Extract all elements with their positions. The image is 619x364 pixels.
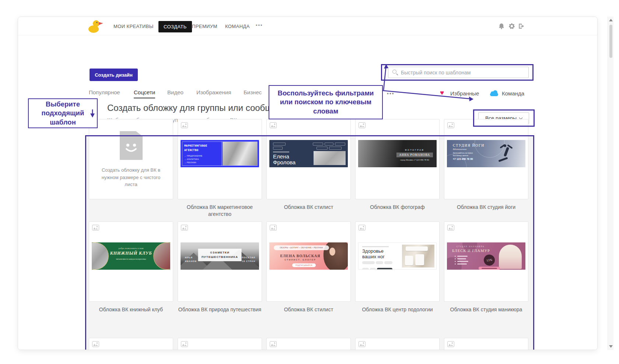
template-card-partial[interactable]	[178, 338, 262, 350]
template-card-travel[interactable]: ЗАМЕТКИ ПУТЕШЕСТВЕННИКА ИЛЬЯ ИВАНОВ ПОСЕ…	[178, 221, 262, 302]
image-icon	[359, 122, 366, 128]
template-caption: Обложка ВК книжный клуб	[89, 306, 173, 313]
image-icon	[270, 341, 277, 347]
image-icon	[181, 341, 188, 347]
banner-role: ФОТОГРАФ	[396, 149, 433, 151]
pill-decoration	[273, 147, 283, 150]
template-card-blank[interactable]: Создать обложку для ВК в нужном размере …	[89, 119, 173, 199]
template-preview-yoga: СТУДИЯ ЙОГИ Вдохновение Записывайтесь на…	[447, 140, 525, 167]
banner-photo	[499, 245, 522, 269]
pill-decoration	[325, 143, 333, 146]
logout-icon[interactable]	[518, 23, 525, 29]
banner-contact: город Москва +7 123 456 78 90	[396, 159, 433, 161]
banner-list: → ПРЕДЛОЖЕНИЕ → АНАЛИТИКА → РЕКЛАМА	[184, 155, 203, 165]
template-preview-travel: ЗАМЕТКИ ПУТЕШЕСТВЕННИКА ИЛЬЯ ИВАНОВ ПОСЕ…	[181, 242, 259, 270]
yoga-figure	[498, 157, 508, 162]
banner-title: КНИЖНЫЙ КЛУБ	[104, 251, 159, 256]
duck-logo[interactable]	[87, 20, 104, 34]
scroll-up-button[interactable]	[609, 19, 613, 21]
nav-more-menu[interactable]: •••	[256, 22, 263, 28]
nav-team[interactable]: КОМАНДА	[225, 24, 250, 29]
tab-video[interactable]: Видео	[167, 89, 183, 98]
search-icon	[392, 70, 396, 74]
pill-decoration	[273, 143, 286, 146]
template-caption: Обложка ВК стилист	[266, 306, 351, 313]
template-card-partial[interactable]	[355, 338, 440, 350]
discount-badge: 15%	[483, 254, 496, 267]
nav-create[interactable]: СОЗДАТЬ	[158, 21, 192, 32]
scroll-down-button[interactable]	[609, 345, 613, 348]
arrow-bullet: →	[184, 155, 187, 157]
banner-phone: +7 123 456 78 90	[453, 158, 485, 160]
image-icon	[270, 122, 277, 128]
pill-decoration	[329, 147, 342, 150]
banner-photo	[329, 248, 335, 256]
template-card-partial[interactable]	[266, 338, 351, 350]
banner-pretitle: СТУДИЯ МАНИКЮРА	[457, 246, 485, 248]
banner-button	[479, 267, 500, 270]
banner-subscribe-button: ПОДПИСЫВАЙСЯ	[292, 263, 316, 267]
image-icon	[447, 341, 454, 347]
tab-social[interactable]: Соцсети	[134, 89, 155, 98]
template-preview-podology: Здоровье ваших ног	[358, 242, 437, 270]
template-card-partial[interactable]	[444, 338, 528, 350]
create-design-button[interactable]: Создать дизайн	[90, 69, 138, 81]
banner-label: ЗАМЕТКИ ПУТЕШЕСТВЕННИКА	[198, 249, 242, 261]
search-input[interactable]	[401, 67, 526, 78]
template-preview-manicure: СТУДИЯ МАНИКЮРА БЛЕСК И ГЛАМУР 15%	[447, 242, 525, 270]
banner-title: МАРКЕТИНГОВОЕ АГЕНСТВО	[184, 144, 220, 152]
banner-pretitle: добро пожаловать в наш	[104, 247, 159, 249]
template-card-podology[interactable]: Здоровье ваших ног	[355, 221, 440, 302]
template-caption: Обложка ВК студия маникюра	[444, 306, 528, 313]
template-card-bookclub[interactable]: добро пожаловать в наш КНИЖНЫЙ КЛУБ чита…	[89, 221, 173, 302]
banner-name: Елена Фролова	[273, 154, 295, 165]
image-icon	[270, 225, 277, 231]
template-caption: Обложка ВК студия йоги	[444, 204, 528, 211]
template-card-photographer[interactable]: ФОТОГРАФ АННА РОМАНОВА город Москва +7 1…	[355, 119, 440, 199]
more-filters-button[interactable]: •••	[387, 91, 395, 97]
template-caption: Обложка ВК центр подологии	[355, 306, 440, 313]
pill-decorations	[362, 261, 405, 270]
banner-stat: ПОСЕТИЛ 16 СТРАН	[242, 256, 255, 263]
template-preview-stylist: Елена Фролова	[269, 140, 348, 167]
text-bar-decoration	[273, 151, 289, 153]
template-card-stylist-frolova[interactable]: Елена Фролова	[266, 119, 351, 199]
template-card-yoga[interactable]: СТУДИЯ ЙОГИ Вдохновение Записывайтесь на…	[444, 119, 528, 199]
banner-note: бесплатное занятие	[453, 154, 485, 157]
template-card-stylist-volskaya[interactable]: ОБЗОРЫ • ШОПИНГ • ОБУЧЕНИЕ • РЕКЛАМА ЕЛЕ…	[266, 221, 351, 302]
template-card-partial[interactable]	[89, 338, 173, 350]
heart-icon[interactable]: ♥	[440, 89, 444, 96]
bell-icon[interactable]	[498, 23, 505, 29]
arrow-bullet: →	[184, 158, 187, 160]
favorites-link[interactable]: Избранные	[450, 90, 479, 97]
template-card-marketing[interactable]: МАРКЕТИНГОВОЕ АГЕНСТВО → ПРЕДЛОЖЕНИЕ → А…	[178, 119, 262, 199]
scrollbar-thumb[interactable]	[609, 25, 612, 58]
template-preview-stylist-blogger: ОБЗОРЫ • ШОПИНГ • ОБУЧЕНИЕ • РЕКЛАМА ЕЛЕ…	[269, 242, 348, 270]
team-link[interactable]: Команда	[502, 90, 524, 97]
template-preview-marketing: МАРКЕТИНГОВОЕ АГЕНСТВО → ПРЕДЛОЖЕНИЕ → А…	[181, 140, 259, 167]
text-bar-decoration	[362, 246, 389, 247]
gear-icon[interactable]	[508, 23, 515, 29]
top-navigation-bar: МОИ КРЕАТИВЫ СОЗДАТЬ ПРЕМИУМ КОМАНДА •••	[18, 17, 597, 35]
nav-premium[interactable]: ПРЕМИУМ	[192, 24, 217, 29]
annotation-choose-text: Выберите подходящий шаблон	[32, 100, 93, 127]
nav-my-creatives[interactable]: МОИ КРЕАТИВЫ	[113, 24, 154, 29]
image-icon	[447, 122, 454, 128]
yoga-figure	[504, 147, 509, 157]
tab-images[interactable]: Изображения	[196, 89, 231, 98]
pill-decoration	[317, 147, 328, 150]
image-icon	[447, 225, 454, 231]
image-icon	[359, 225, 366, 231]
banner-tags: ОБЗОРЫ • ШОПИНГ • ОБУЧЕНИЕ • РЕКЛАМА	[274, 245, 329, 250]
banner-note: Записывайтесь на первое	[453, 152, 485, 154]
banner-role: СТИЛИСТ. БЛОГЕР	[276, 259, 325, 261]
banner-photo	[223, 142, 257, 165]
cloud-icon[interactable]	[490, 93, 498, 96]
template-caption: Обложка ВК фотограф	[355, 204, 440, 211]
image-icon	[181, 225, 188, 231]
image-icon	[92, 225, 99, 231]
template-card-manicure[interactable]: СТУДИЯ МАНИКЮРА БЛЕСК И ГЛАМУР 15%	[444, 221, 528, 302]
tab-popular[interactable]: Популярное	[89, 89, 120, 98]
tab-business[interactable]: Бизнес	[244, 89, 262, 98]
page-scrollbar[interactable]	[608, 17, 613, 350]
